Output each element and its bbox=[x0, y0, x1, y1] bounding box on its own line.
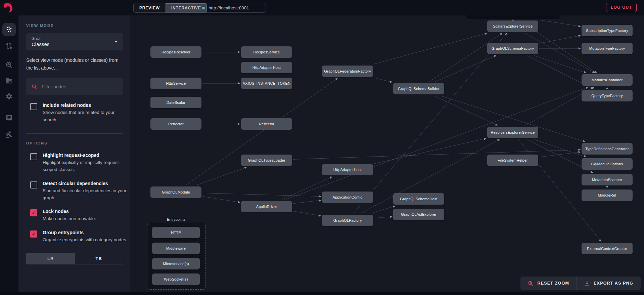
graph-node[interactable]: WebSocket(s) bbox=[152, 273, 200, 285]
graph-node[interactable]: GraphQLAstExplorer bbox=[393, 209, 444, 220]
option-group-entrypoints: ✓Group entrypointsOrganize entrypoints w… bbox=[26, 230, 123, 243]
nav-routes[interactable] bbox=[2, 39, 16, 53]
nav-modules[interactable] bbox=[2, 74, 16, 87]
layout-tb-button[interactable]: TB bbox=[75, 253, 123, 264]
nav-docs[interactable] bbox=[2, 111, 16, 124]
zoom-reset-icon bbox=[528, 281, 534, 286]
option-group-entrypoints-title: Group entrypoints bbox=[43, 230, 128, 235]
graph-node[interactable]: HttpAdapterHost bbox=[322, 164, 373, 175]
option-highlight-request-scoped: Highlight request-scopedHighlight explic… bbox=[26, 153, 123, 173]
option-detect-circular: Detect circular dependenciesFind and fix… bbox=[26, 181, 123, 202]
graph-node[interactable]: Reflector bbox=[150, 118, 201, 130]
graph-node[interactable]: DateScalar bbox=[150, 97, 201, 108]
graph-node[interactable]: Middleware bbox=[152, 243, 200, 254]
graph-node[interactable]: ModuleRef bbox=[582, 189, 633, 201]
sidebar: VIEW MODE Graph Classes Select view mode… bbox=[18, 15, 130, 292]
nav-settings[interactable] bbox=[2, 90, 16, 103]
graph-node[interactable]: GraphQLFactory bbox=[322, 215, 373, 226]
graph-node[interactable]: FileSystemHelper bbox=[487, 155, 538, 166]
search-icon bbox=[32, 84, 37, 90]
nestjs-logo bbox=[3, 2, 15, 13]
options-section: Highlight request-scopedHighlight explic… bbox=[26, 153, 123, 243]
chevron-down-icon bbox=[114, 41, 118, 43]
export-png-label: EXPORT AS PNG bbox=[594, 281, 633, 286]
option-highlight-request-scoped-checkbox[interactable] bbox=[30, 153, 37, 160]
graph-node[interactable]: GraphQLTypesLoader bbox=[241, 155, 292, 166]
graph-node[interactable]: GraphQLSchemaHost bbox=[393, 193, 444, 205]
graph-node[interactable]: ModulesContainer bbox=[582, 74, 633, 86]
scatter-plot-icon bbox=[5, 26, 13, 33]
graph-node[interactable]: TypeDefinitionsGenerator bbox=[582, 143, 633, 155]
graph-node[interactable]: Microservice(s) bbox=[152, 258, 200, 269]
option-detect-circular-description: Find and fix circular dependencies in yo… bbox=[43, 187, 128, 202]
graph-node[interactable]: SubscriptionTypeFactory bbox=[582, 25, 633, 36]
graph-node[interactable]: ExternalContextCreator bbox=[582, 243, 633, 254]
option-detect-circular-checkbox[interactable] bbox=[30, 181, 37, 188]
clipped-node[interactable] bbox=[466, 15, 560, 19]
option-highlight-request-scoped-description: Highlight explicitly or implicitly reque… bbox=[43, 159, 128, 173]
graph-node[interactable]: QueryTypeFactory bbox=[582, 90, 633, 101]
graph-node[interactable]: GraphQLSchemaBuilder bbox=[393, 83, 444, 94]
option-lock-nodes: ✓Lock nodesMake nodes non-movable. bbox=[26, 209, 123, 222]
filter-placeholder: Filter nodes bbox=[42, 84, 66, 89]
export-png-button[interactable]: EXPORT AS PNG bbox=[577, 277, 641, 290]
graph-node[interactable]: ResolversExplorerService bbox=[487, 127, 538, 138]
search-activity-icon bbox=[5, 61, 13, 69]
top-bar: PREVIEW INTERACTIVE http://localhost:800… bbox=[0, 0, 644, 15]
option-group-entrypoints-checkbox[interactable]: ✓ bbox=[30, 230, 37, 238]
layout-direction-toggle: LR TB bbox=[26, 253, 123, 264]
option-detect-circular-title: Detect circular dependencies bbox=[43, 181, 128, 186]
tab-preview[interactable]: PREVIEW bbox=[134, 3, 166, 12]
graph-node[interactable]: ApplicationConfig bbox=[322, 192, 373, 203]
graph-canvas[interactable]: Entrypoints RecipesResolverHttpServiceDa… bbox=[130, 15, 644, 292]
nav-inspect[interactable] bbox=[2, 58, 16, 72]
graph-node[interactable]: ApolloDriver bbox=[241, 201, 292, 212]
include-related-option: Include related nodesShow nodes that are… bbox=[26, 102, 123, 123]
reset-zoom-button[interactable]: RESET ZOOM bbox=[520, 277, 577, 290]
reset-zoom-label: RESET ZOOM bbox=[537, 281, 569, 286]
graph-node[interactable]: AXIOS_INSTANCE_TOKEN bbox=[241, 78, 292, 89]
layout-lr-button[interactable]: LR bbox=[27, 253, 75, 264]
graph-node[interactable]: GraphQLModule bbox=[150, 186, 201, 198]
route-icon bbox=[5, 42, 13, 50]
graph-edges bbox=[130, 15, 644, 292]
graph-node[interactable]: RecipesResolver bbox=[150, 46, 201, 58]
canvas-toolbar: RESET ZOOM EXPORT AS PNG bbox=[520, 277, 641, 290]
download-icon bbox=[584, 281, 590, 286]
nav-graph[interactable] bbox=[2, 23, 16, 36]
options-heading: OPTIONS bbox=[26, 141, 123, 145]
graph-node[interactable]: GraphQLSchemaFactory bbox=[487, 43, 538, 54]
sidebar-divider bbox=[26, 133, 123, 134]
graph-node[interactable]: HTTP bbox=[152, 227, 200, 238]
gavel-icon bbox=[5, 131, 13, 138]
graph-node[interactable]: GraphQLFederationFactory bbox=[322, 66, 373, 77]
include-related-option-checkbox[interactable] bbox=[30, 103, 37, 110]
building-icon bbox=[5, 77, 13, 84]
url-input[interactable]: http://localhost:8001 bbox=[197, 3, 266, 13]
status-dot bbox=[202, 7, 205, 9]
graph-node[interactable]: Reflector bbox=[241, 118, 292, 130]
graph-node[interactable]: MetadataScanner bbox=[582, 174, 633, 185]
nav-audit[interactable] bbox=[2, 128, 16, 141]
option-group-entrypoints-description: Organize entrypoints with category nodes… bbox=[43, 236, 128, 243]
preview-interactive-tabs: PREVIEW INTERACTIVE bbox=[133, 3, 207, 13]
include-related-option-description: Show nodes that are related to your sear… bbox=[43, 109, 128, 123]
graph-node[interactable]: RecipesService bbox=[241, 46, 292, 58]
url-text: http://localhost:8001 bbox=[209, 5, 249, 10]
graph-node[interactable]: MutationTypeFactory bbox=[582, 43, 633, 54]
view-mode-heading: VIEW MODE bbox=[26, 24, 123, 28]
include-related-section: Include related nodesShow nodes that are… bbox=[26, 102, 123, 123]
filter-input[interactable]: Filter nodes bbox=[26, 78, 123, 95]
entrypoints-group-label: Entrypoints bbox=[167, 217, 185, 221]
include-related-option-title: Include related nodes bbox=[43, 102, 128, 108]
graph-node[interactable]: HttpService bbox=[150, 78, 201, 89]
view-mode-select[interactable]: Graph Classes bbox=[26, 33, 123, 50]
option-highlight-request-scoped-title: Highlight request-scoped bbox=[43, 153, 128, 158]
option-lock-nodes-description: Make nodes non-movable. bbox=[43, 215, 128, 222]
graph-node[interactable]: HttpAdapterHost bbox=[241, 62, 292, 73]
graph-node[interactable]: GqlModuleOptions bbox=[582, 158, 633, 170]
option-lock-nodes-checkbox[interactable]: ✓ bbox=[30, 209, 37, 216]
article-icon bbox=[5, 114, 13, 121]
logout-button[interactable]: LOG OUT bbox=[606, 3, 637, 12]
graph-node[interactable]: ScalarsExplorerService bbox=[487, 20, 538, 32]
